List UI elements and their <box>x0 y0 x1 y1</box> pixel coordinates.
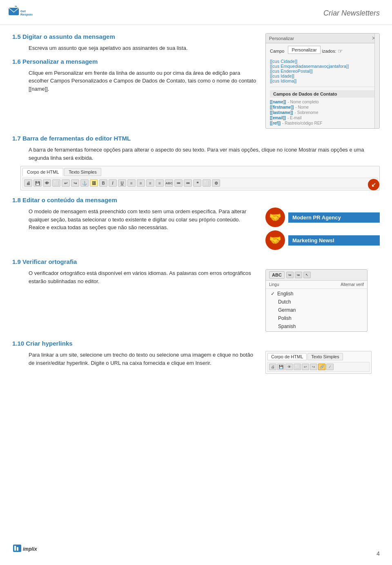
marketing-panel: Marketing Newsl <box>288 235 380 246</box>
spellcheck-icon-2[interactable]: ≔ <box>295 272 302 278</box>
section-1-5-body: Escreva um assunto que seja apelativo ao… <box>29 44 257 52</box>
panel-scrollbar[interactable] <box>374 33 379 128</box>
spellcheck-cursor[interactable]: ↖ <box>303 272 311 278</box>
section-1-8-text: O modelo de mensagem está preenchido com… <box>12 208 257 250</box>
tool-quote[interactable]: ❝ <box>193 179 201 187</box>
toolbar-small-icons: 🖨 💾 👁 ⬜ ↩ ↪ 🔗 ∕ <box>267 362 370 372</box>
svg-text:implix: implix <box>23 546 38 552</box>
section-1-5-indent: Escreva um assunto que seja apelativo ao… <box>12 44 257 52</box>
lingu-label: Lingu <box>269 282 279 287</box>
cursor-icon: ☞ <box>338 48 343 54</box>
more-options-arrow[interactable]: ↙ <box>368 179 379 190</box>
personalize-popup[interactable]: Personalizar <box>288 46 320 54</box>
section-1-8-two-col: O modelo de mensagem está preenchido com… <box>12 208 380 250</box>
section-1-9-block: 1.9 Verificar ortografia O verificador o… <box>12 258 380 332</box>
t-redo[interactable]: ↪ <box>310 364 317 370</box>
tool-save[interactable]: 💾 <box>33 179 42 187</box>
tool-align-center[interactable]: ≡ <box>137 179 145 187</box>
personalize-panel-title: Personalizar <box>269 36 294 41</box>
handshake-icon-1: 🤝 <box>265 208 285 227</box>
section-1-10-text: Para linkar a um site, selecione um trec… <box>12 351 257 374</box>
lang-item-dutch[interactable]: Dutch <box>266 298 367 306</box>
implix-logo-svg: implix <box>12 543 45 557</box>
t-extra[interactable]: ∕ <box>326 364 334 370</box>
editor-tabs: Corpo de HTML Texto Simples <box>22 168 378 176</box>
tab-corpo-html[interactable]: Corpo de HTML <box>22 168 63 176</box>
tool-align-left[interactable]: ≡ <box>127 179 136 187</box>
section-1-6-indent: Clique em Personalizar em frente da linh… <box>12 69 257 93</box>
cus-field-0: [[cus Cidade]] <box>270 59 375 64</box>
contact-fields-list: [[name]] - Nome completo [[firstname]] -… <box>270 99 375 126</box>
hyperlink-editor-panel: Corpo de HTML Texto Simples 🖨 💾 👁 ⬜ ↩ ↪ … <box>265 351 372 374</box>
t-preview[interactable]: 👁 <box>285 364 293 370</box>
tool-link[interactable]: ⚓ <box>80 179 89 187</box>
footer-logo-area: implix <box>12 543 45 557</box>
cus-field-1: [[cus Emquediadasemanavoçjantafora]] <box>270 64 375 69</box>
t-code[interactable]: ⬜ <box>294 364 301 370</box>
tool-underline[interactable]: U <box>118 179 126 187</box>
agency-panel-1: Modern PR Agency <box>288 212 380 223</box>
tool-image[interactable]: 🖼 <box>90 179 98 187</box>
contact-field-0: [[name]] - Nome completo <box>270 99 375 105</box>
lang-item-polish[interactable]: Polish <box>266 314 367 322</box>
toolbar-icons-row: 🖨 💾 👁 ⬜ ↩ ↪ ⚓ 🖼 B I U ≡ ≡ ≡ ≡ ABC ≔ ≔ ❝ … <box>22 178 378 188</box>
html-tab-corpo[interactable]: Corpo de HTML <box>267 353 307 360</box>
contact-field-3: [[email]] - E-mail <box>270 115 375 121</box>
tool-spellcheck[interactable]: ABC <box>165 179 173 187</box>
section-1-9-body: O verificador ortográfico está disponíve… <box>29 269 257 285</box>
t-save[interactable]: 💾 <box>277 364 285 370</box>
section-1-7-body: A barra de ferramentas fornece opções pa… <box>29 146 380 162</box>
tool-code[interactable]: ⬜ <box>52 179 60 187</box>
campos-dados-title: Campos de Dados de Contato <box>270 90 375 98</box>
logo-area: Get Response <box>8 5 36 21</box>
tool-print[interactable]: 🖨 <box>24 179 32 187</box>
tool-preview[interactable]: 👁 <box>43 179 51 187</box>
tool-italic[interactable]: I <box>109 179 117 187</box>
tab-texto-simples[interactable]: Texto Simples <box>64 168 101 176</box>
izados-text: izados: <box>322 49 336 54</box>
tool-redo[interactable]: ↪ <box>71 179 79 187</box>
tool-align-right[interactable]: ≡ <box>146 179 154 187</box>
handshake-icon-2: 🤝 <box>265 230 285 250</box>
t-hyperlink-button[interactable]: 🔗 <box>318 364 325 370</box>
marketing-title: Marketing Newsl <box>288 235 380 246</box>
hyperlink-editor-area: Corpo de HTML Texto Simples 🖨 💾 👁 ⬜ ↩ ↪ … <box>265 351 380 374</box>
spellcheck-icon-1[interactable]: ≔ <box>286 272 294 278</box>
section-1-5-text: 1.5 Digitar o assunto da mensagem Escrev… <box>12 33 257 129</box>
tool-list-ul[interactable]: ≔ <box>184 179 192 187</box>
t-print[interactable]: 🖨 <box>269 364 276 370</box>
section-1-7-indent: A barra de ferramentas fornece opções pa… <box>12 146 380 162</box>
lang-item-spanish[interactable]: Spanish <box>266 322 367 331</box>
tool-source[interactable]: ⬜ <box>203 179 211 187</box>
cus-fields-list: [[cus Cidade]] [[cus Emquediadasemanavoç… <box>270 59 375 83</box>
section-1-8-body: O modelo de mensagem está preenchido com… <box>29 208 257 232</box>
lang-item-english[interactable]: English <box>266 290 367 298</box>
lang-item-german[interactable]: German <box>266 306 367 314</box>
spellcheck-lingu-row: Lingu Alternar verif <box>266 281 367 289</box>
tool-undo[interactable]: ↩ <box>62 179 70 187</box>
section-1-9-two-col: O verificador ortográfico está disponíve… <box>12 269 380 332</box>
section-1-5-heading: 1.5 Digitar o assunto da mensagem <box>12 33 257 40</box>
alterar-label: Alternar verif <box>341 282 364 287</box>
page-header: Get Response Criar Newsletters <box>0 0 392 25</box>
t-undo[interactable]: ↩ <box>302 364 309 370</box>
svg-rect-5 <box>17 547 18 551</box>
agency-title: Modern PR Agency <box>288 212 380 223</box>
page-number: 4 <box>376 550 380 557</box>
html-tab-texto[interactable]: Texto Simples <box>307 353 343 360</box>
contact-field-2: [[lastname]] - Sobrenome <box>270 110 375 115</box>
tool-bold[interactable]: B <box>99 179 107 187</box>
section-1-10-two-col: Para linkar a um site, selecione um trec… <box>12 351 380 374</box>
tool-extra[interactable]: ⚙ <box>212 179 220 187</box>
svg-text:Response: Response <box>20 13 33 16</box>
section-1-8-panels: 🤝 Modern PR Agency 🤝 Marketing Newsl <box>265 208 380 250</box>
agency-row: 🤝 Modern PR Agency <box>265 208 380 227</box>
cus-field-4: [[cus Idioma]] <box>270 78 375 83</box>
spellcheck-panel: ABC ≔ ≔ ↖ Lingu Alternar verif <box>265 269 368 332</box>
section-1-8-block: 1.8 Editar o conteúdo da mensagem O mode… <box>12 197 380 250</box>
tool-list-ol[interactable]: ≔ <box>174 179 183 187</box>
tool-align-justify[interactable]: ≡ <box>156 179 164 187</box>
cus-field-2: [[cus EndereoPostal]] <box>270 69 375 74</box>
language-list: English Dutch German Polish Spanish <box>266 289 367 331</box>
getresponse-logo-icon: Get Response <box>8 5 33 21</box>
